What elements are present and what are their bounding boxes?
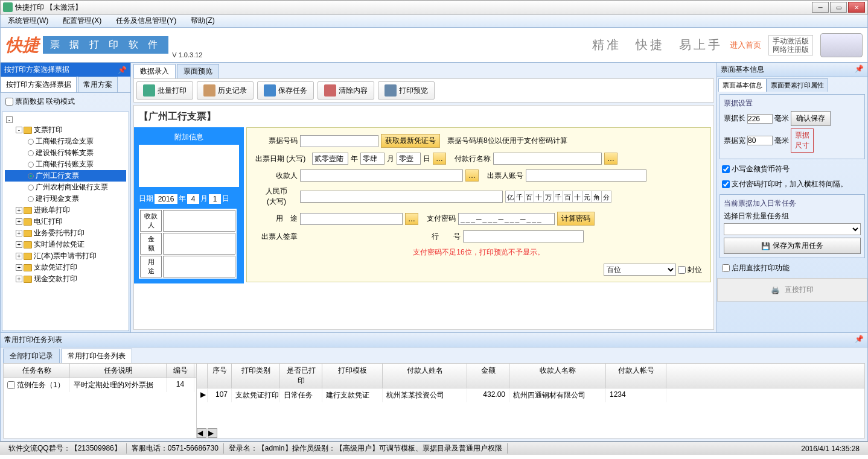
task-left-grid: 任务名称 任务说明 编号 范例任务（1） 平时定期处理的对外票据 14 bbox=[4, 364, 197, 438]
maximize-button[interactable]: ▭ bbox=[830, 2, 847, 13]
menu-help[interactable]: 帮助(Z) bbox=[187, 14, 218, 27]
pay-bank-lookup-button[interactable]: … bbox=[604, 153, 617, 165]
tree-group[interactable]: +业务委托书打印 bbox=[5, 227, 126, 239]
date-helper-button[interactable]: … bbox=[433, 153, 446, 165]
brand-subtitle: 票 据 打 印 软 件 bbox=[43, 36, 168, 54]
get-voucher-button[interactable]: 获取最新凭证号 bbox=[381, 134, 440, 148]
scroll-left-button[interactable]: ◀ bbox=[197, 428, 206, 438]
link-mode-checkbox[interactable]: 票面数据 联动模式 bbox=[1, 93, 130, 110]
form-title: 【广州工行支票】 bbox=[139, 110, 709, 123]
mini-payee-input[interactable] bbox=[166, 215, 232, 227]
menu-config[interactable]: 配置管理(X) bbox=[59, 14, 105, 27]
bill-length-input[interactable] bbox=[747, 114, 773, 124]
tree-item[interactable]: 工商银行现金支票 bbox=[5, 136, 126, 147]
save-as-common-task-button[interactable]: 💾保存为常用任务 bbox=[724, 238, 861, 254]
task-group-select[interactable] bbox=[724, 223, 861, 235]
extra-notes-input[interactable] bbox=[139, 145, 239, 187]
tree-item[interactable]: 工商银行转账支票 bbox=[5, 159, 126, 170]
drawer-account-input[interactable] bbox=[526, 169, 646, 182]
tree-group[interactable]: +电汇打印 bbox=[5, 216, 126, 227]
date-year-input[interactable] bbox=[155, 194, 177, 204]
bill-size-button[interactable]: 票据 尺寸 bbox=[791, 128, 814, 153]
mini-usage-input[interactable] bbox=[166, 261, 232, 273]
pay-bank-input[interactable] bbox=[493, 153, 602, 165]
date-month-input[interactable] bbox=[187, 194, 199, 204]
rmb-words-input[interactable] bbox=[300, 191, 503, 203]
dash-separator-checkbox[interactable]: 支付密码打印时，加入横杠符间隔。 bbox=[717, 177, 867, 192]
issue-month-input[interactable] bbox=[360, 153, 385, 165]
amount-units: 亿千百十万千百十元角分 bbox=[505, 191, 611, 203]
save-task-button[interactable]: 保存任务 bbox=[257, 81, 314, 100]
direct-print-checkbox[interactable]: 启用直接打印功能 bbox=[717, 261, 867, 276]
clear-icon bbox=[324, 84, 336, 97]
pin-icon[interactable]: 📌 bbox=[118, 66, 127, 74]
tree-group[interactable]: +进账单打印 bbox=[5, 204, 126, 216]
issue-day-input[interactable] bbox=[397, 153, 421, 165]
extra-title: 附加信息 bbox=[139, 132, 239, 142]
confirm-save-button[interactable]: 确认保存 bbox=[791, 111, 831, 126]
rtab-basic[interactable]: 票面基本信息 bbox=[718, 78, 767, 92]
clear-button[interactable]: 清除内容 bbox=[318, 81, 374, 100]
task-right-grid: 序号 打印类别 是否已打印 打印模板 付款人姓名 金额 收款人名称 付款人帐号 … bbox=[197, 364, 864, 438]
bill-no-hint: 票据号码填8位以便用于支付密码计算 bbox=[447, 136, 567, 146]
pin-icon[interactable]: 📌 bbox=[855, 335, 864, 345]
task-row-checkbox[interactable] bbox=[7, 381, 15, 389]
bill-width-input[interactable] bbox=[747, 136, 773, 145]
mini-amount-input[interactable] bbox=[166, 238, 232, 250]
bill-no-input[interactable] bbox=[300, 135, 378, 147]
sidebar-tab-common[interactable]: 常用方案 bbox=[78, 77, 118, 92]
status-login: 登录名：【admin】操作员级别：【高级用户】可调节模板、票据目录及普通用户权限 bbox=[224, 443, 508, 454]
usage-input[interactable] bbox=[300, 213, 403, 225]
tree-item[interactable]: 建设银行转帐支票 bbox=[5, 147, 126, 159]
tree-group[interactable]: +汇(本)票申请书打印 bbox=[5, 250, 126, 262]
brand-header: 快捷 票 据 打 印 软 件 V 1.0.3.12 精准 快捷 易上手 进入首页… bbox=[0, 28, 868, 63]
issue-year-input[interactable] bbox=[312, 153, 348, 165]
brand-logo: 快捷 bbox=[5, 34, 39, 57]
bank-no-input[interactable] bbox=[463, 230, 584, 242]
save-icon bbox=[264, 84, 276, 97]
seal-checkbox[interactable]: 封位 bbox=[678, 265, 702, 274]
calc-password-button[interactable]: 计算密码 bbox=[557, 212, 595, 226]
right-panel: 票面基本信息📌 票面基本信息 票面要素打印属性 票据设置 票据长毫米 确认保存 … bbox=[716, 63, 867, 332]
right-panel-title: 票面基本信息 bbox=[721, 65, 764, 75]
batch-print-button[interactable]: 批量打印 bbox=[136, 81, 193, 100]
tree-item[interactable]: 建行现金支票 bbox=[5, 193, 126, 204]
sidebar-header: 按打印方案选择票据📌 bbox=[1, 63, 130, 77]
scroll-right-button[interactable]: ▶ bbox=[208, 428, 217, 438]
tree-root[interactable]: - bbox=[5, 115, 126, 124]
close-button[interactable]: ✕ bbox=[848, 2, 865, 13]
tree-group[interactable]: +现金交款打印 bbox=[5, 273, 126, 285]
tab-data-entry[interactable]: 数据录入 bbox=[133, 64, 176, 78]
rtab-element[interactable]: 票面要素打印属性 bbox=[767, 78, 828, 92]
tree-group[interactable]: +实时通付款凭证 bbox=[5, 239, 126, 250]
direct-print-button[interactable]: 🖨️直接打印 bbox=[717, 278, 867, 302]
pin-icon[interactable]: 📌 bbox=[855, 65, 864, 75]
usage-lookup-button[interactable]: … bbox=[405, 213, 418, 225]
tree-item[interactable]: 广州农村商业银行支票 bbox=[5, 182, 126, 193]
date-day-input[interactable] bbox=[209, 194, 221, 204]
sidebar-tab-scheme[interactable]: 按打印方案选择票据 bbox=[1, 77, 77, 92]
extra-mini-table: 收款人 金 额 用 途 bbox=[139, 209, 237, 279]
payee-input[interactable] bbox=[300, 169, 463, 182]
menu-bar: 系统管理(W) 配置管理(X) 任务及信息管理(Y) 帮助(Z) bbox=[0, 14, 868, 28]
history-button[interactable]: 历史记录 bbox=[197, 81, 254, 100]
tl-tab-all[interactable]: 全部打印记录 bbox=[3, 349, 60, 363]
tab-preview[interactable]: 票面预览 bbox=[177, 64, 219, 78]
tl-tab-common[interactable]: 常用打印任务列表 bbox=[61, 349, 132, 363]
digit-position-select[interactable]: 百位 bbox=[604, 264, 676, 276]
tree-group[interactable]: +支款凭证打印 bbox=[5, 262, 126, 273]
pay-password-input[interactable] bbox=[458, 213, 555, 225]
task-left-row[interactable]: 范例任务（1） 平时定期处理的对外票据 14 bbox=[4, 378, 196, 392]
task-right-row[interactable]: ▶ 107 支款凭证打印 日常任务 建行支款凭证 杭州某某投资公司 432.00… bbox=[197, 388, 864, 402]
print-preview-button[interactable]: 打印预览 bbox=[378, 81, 435, 100]
menu-system[interactable]: 系统管理(W) bbox=[4, 14, 52, 27]
currency-symbol-checkbox[interactable]: 小写金额货币符号 bbox=[717, 162, 867, 177]
task-list-panel: 常用打印任务列表📌 全部打印记录 常用打印任务列表 任务名称 任务说明 编号 范… bbox=[0, 333, 868, 442]
payee-lookup-button[interactable]: … bbox=[465, 169, 479, 182]
menu-task[interactable]: 任务及信息管理(Y) bbox=[112, 14, 180, 27]
tree-cheque[interactable]: -支票打印 bbox=[5, 124, 126, 136]
tree-item-selected[interactable]: 广州工行支票 bbox=[5, 170, 126, 182]
extra-info-panel: 附加信息 日期 年 月 日 收款人 金 额 用 途 bbox=[134, 127, 244, 283]
minimize-button[interactable]: ─ bbox=[812, 2, 829, 13]
enter-home-link[interactable]: 进入首页 bbox=[730, 40, 761, 51]
